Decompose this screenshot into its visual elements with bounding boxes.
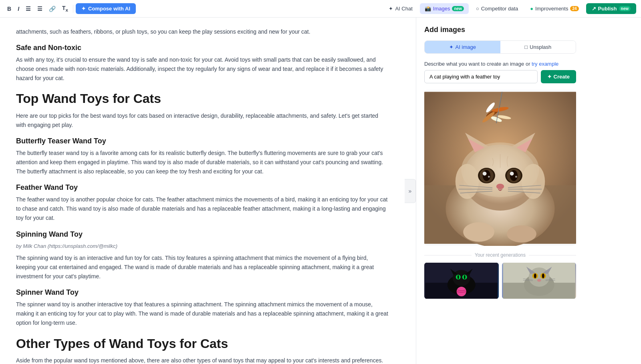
ai-image-tab-label: AI image	[456, 44, 476, 50]
recent-generations-section: Your recent generations	[424, 252, 576, 299]
safe-nontoxic-paragraph: As with any toy, it's crucial to ensure …	[16, 55, 389, 83]
svg-point-22	[483, 172, 487, 176]
create-label: Create	[554, 74, 570, 80]
toolbar-center: ✦ AI Chat 📸 Images new ○ Competitor data…	[384, 3, 636, 14]
other-types-paragraph: Aside from the popular wand toys mention…	[16, 356, 389, 364]
improvements-icon: ●	[530, 6, 533, 12]
feather-wand-paragraph: The feather wand toy is another popular …	[16, 195, 389, 223]
publish-icon: ↗	[592, 6, 596, 12]
cat-generated-svg	[424, 90, 576, 246]
numbered-list-button[interactable]: ☰	[35, 4, 45, 14]
svg-point-47	[458, 275, 459, 279]
svg-point-28	[515, 176, 517, 178]
svg-point-42	[453, 270, 470, 286]
describe-prompt: Describe what you want to create an imag…	[424, 61, 576, 67]
ai-image-tab[interactable]: ✦ AI image	[425, 41, 500, 53]
toolbar: B I ☰ ☰ 🔗 Tx ✦ Compose with AI ✦ AI Chat…	[0, 0, 641, 18]
bold-button[interactable]: B	[5, 4, 14, 14]
svg-point-58	[534, 274, 536, 278]
collapse-sidebar-button[interactable]: »	[405, 179, 416, 203]
recent-thumbnail-2[interactable]	[502, 263, 576, 299]
image-source-tabs: ✦ AI image □ Unsplash	[424, 40, 576, 54]
create-image-button[interactable]: ✦ Create	[541, 70, 576, 83]
svg-point-49	[457, 287, 466, 296]
images-new-badge: new	[452, 6, 464, 11]
ai-image-tab-icon: ✦	[449, 44, 454, 50]
butterfly-teaser-paragraph: The butterfly teaser wand toy is a favor…	[16, 149, 389, 176]
chevron-right-icon: »	[409, 188, 412, 194]
competitor-label: Competitor data	[481, 6, 518, 12]
top-wand-toys-intro: Here are our top picks for the best wand…	[16, 111, 389, 130]
svg-point-59	[542, 274, 544, 278]
try-example-link[interactable]: try example	[532, 61, 558, 67]
spinner-wand-heading: Spinner Wand Toy	[16, 288, 389, 297]
svg-point-27	[510, 172, 514, 176]
spinning-wand-paragraph: The spinning wand toy is an interactive …	[16, 253, 389, 281]
publish-new-badge: new	[619, 6, 631, 11]
improvements-tab[interactable]: ● Improvements 24	[525, 3, 583, 14]
italic-button[interactable]: I	[15, 4, 22, 14]
feather-wand-heading: Feather Wand Toy	[16, 183, 389, 192]
image-description-input[interactable]	[424, 70, 538, 83]
top-wand-toys-heading: Top Wand Toys for Cats	[16, 91, 389, 106]
spinning-wand-heading: Spinning Wand Toy	[16, 230, 389, 239]
unsplash-tab-label: Unsplash	[530, 44, 551, 50]
images-tab[interactable]: 📸 Images new	[420, 3, 469, 14]
svg-point-29	[496, 184, 504, 189]
numbered-list-icon: ☰	[37, 6, 42, 12]
sidebar-title: Add images	[424, 26, 576, 34]
publish-button[interactable]: ↗ Publish new	[586, 3, 636, 14]
competitor-icon: ○	[476, 6, 479, 12]
images-label: Images	[433, 6, 450, 12]
unsplash-tab[interactable]: □ Unsplash	[500, 41, 576, 53]
toolbar-divider	[73, 5, 73, 13]
compose-ai-label: Compose with AI	[88, 6, 130, 12]
editor-paragraph-1: attachments, such as feathers, ribbons, …	[16, 27, 389, 36]
svg-point-23	[488, 176, 490, 178]
format-icon: Tx	[62, 5, 68, 12]
toolbar-left: B I ☰ ☰ 🔗 Tx ✦ Compose with AI	[5, 3, 381, 14]
competitor-data-tab[interactable]: ○ Competitor data	[471, 3, 523, 14]
svg-point-64	[537, 279, 541, 282]
svg-point-21	[483, 170, 490, 181]
create-icon: ✦	[547, 74, 552, 80]
svg-point-26	[510, 170, 518, 181]
generated-image	[424, 90, 576, 246]
spinning-wand-attribution: by Milk Chan (https://unsplash.com/@milk…	[16, 242, 389, 250]
improvements-count-badge: 24	[570, 6, 579, 11]
svg-point-53	[528, 267, 549, 287]
image-input-row: ✦ Create	[424, 70, 576, 83]
recent-label: Your recent generations	[424, 252, 576, 258]
spinner-wand-paragraph: The spinner wand toy is another interact…	[16, 300, 389, 328]
compose-with-ai-button[interactable]: ✦ Compose with AI	[76, 3, 136, 14]
bullet-list-icon: ☰	[26, 6, 31, 12]
safe-nontoxic-heading: Safe and Non-toxic	[16, 44, 389, 52]
italic-icon: I	[18, 6, 19, 12]
images-icon: 📸	[425, 6, 431, 12]
link-icon: 🔗	[49, 6, 56, 12]
editor-area[interactable]: attachments, such as feathers, ribbons, …	[0, 18, 405, 364]
main-layout: attachments, such as feathers, ribbons, …	[0, 18, 641, 364]
format-button[interactable]: Tx	[60, 3, 71, 14]
svg-point-37	[463, 222, 494, 242]
bold-icon: B	[7, 6, 11, 12]
link-button[interactable]: 🔗	[46, 4, 58, 14]
ai-chat-label: AI Chat	[395, 6, 412, 12]
compose-ai-icon: ✦	[81, 6, 86, 12]
other-types-heading: Other Types of Wand Toys for Cats	[16, 336, 389, 351]
improvements-label: Improvements	[535, 6, 568, 12]
ai-chat-icon: ✦	[389, 6, 393, 12]
recent-thumbnail-1[interactable]	[424, 263, 499, 299]
right-sidebar: Add images ✦ AI image □ Unsplash Describ…	[416, 18, 584, 364]
butterfly-teaser-heading: Butterfly Teaser Wand Toy	[16, 137, 389, 145]
recent-grid	[424, 263, 576, 299]
svg-point-48	[464, 275, 466, 279]
bullet-list-button[interactable]: ☰	[23, 4, 33, 14]
ai-chat-tab[interactable]: ✦ AI Chat	[384, 3, 417, 14]
svg-point-38	[507, 225, 536, 243]
publish-label: Publish	[598, 6, 617, 12]
unsplash-tab-icon: □	[524, 44, 528, 50]
